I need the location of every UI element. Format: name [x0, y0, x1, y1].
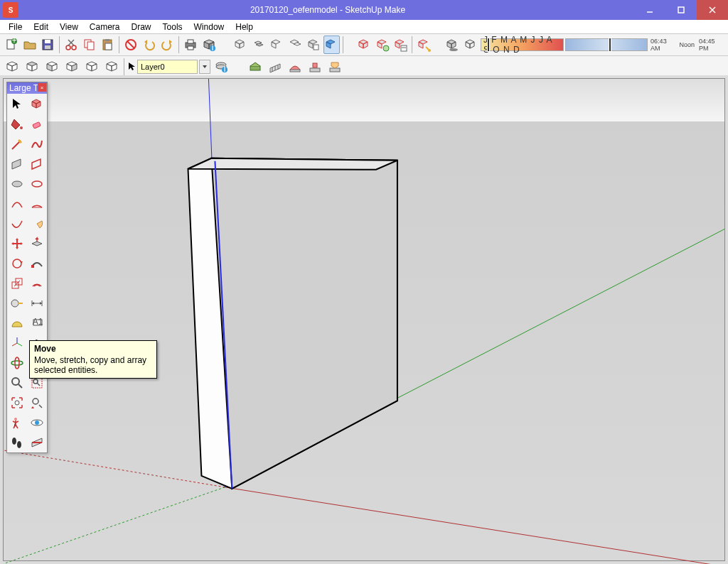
paint-bucket-tool[interactable]: [8, 114, 27, 134]
pie-tool[interactable]: [28, 214, 47, 233]
scale-tool[interactable]: [8, 273, 27, 293]
model-info-button[interactable]: i: [200, 36, 218, 54]
new-file-button[interactable]: +: [3, 36, 20, 54]
svg-rect-54: [32, 121, 41, 129]
sandbox-drape-button[interactable]: [326, 58, 344, 76]
layer-dropdown-button[interactable]: [199, 60, 210, 74]
rotate-tool[interactable]: [8, 254, 27, 273]
2point-arc-tool[interactable]: [28, 194, 47, 213]
shadow-settings-button[interactable]: [444, 36, 461, 54]
sandbox-smoove-button[interactable]: [286, 58, 304, 76]
undo-button[interactable]: [141, 36, 158, 54]
svg-rect-15: [87, 42, 94, 50]
dimension-tool[interactable]: [28, 293, 47, 313]
time-dusk-label: 04:45 PM: [699, 38, 724, 52]
text-tool[interactable]: A1: [28, 313, 47, 332]
svg-rect-1: [678, 7, 684, 13]
time-slider[interactable]: [565, 38, 648, 51]
svg-rect-43: [330, 68, 340, 72]
section-plane-tool[interactable]: [28, 433, 47, 452]
minimize-button[interactable]: [634, 0, 665, 20]
previous-view-tool[interactable]: [28, 393, 47, 412]
svg-rect-28: [401, 45, 407, 51]
tape-measure-tool[interactable]: [8, 293, 27, 313]
menu-edit[interactable]: Edit: [28, 21, 54, 33]
date-slider[interactable]: J F M A M J J A S O N D: [481, 38, 564, 51]
axes-tool[interactable]: [8, 333, 27, 352]
solid-split-button[interactable]: [323, 36, 341, 54]
component-options-button[interactable]: [374, 36, 391, 54]
circle-tool[interactable]: [8, 174, 27, 193]
make-component-tool[interactable]: [28, 94, 47, 114]
dynamic-component-button[interactable]: [415, 36, 432, 54]
position-camera-tool[interactable]: [8, 413, 27, 432]
svg-point-27: [383, 45, 389, 51]
paste-button[interactable]: [100, 36, 117, 54]
left-view-button[interactable]: [102, 58, 121, 76]
zoom-extents-tool[interactable]: [8, 393, 27, 412]
protractor-tool[interactable]: [8, 313, 27, 332]
back-view-button[interactable]: [82, 58, 101, 76]
walk-tool[interactable]: [8, 433, 27, 452]
layer-manager-button[interactable]: i: [212, 58, 230, 76]
front-view-button[interactable]: [43, 58, 61, 76]
look-around-tool[interactable]: [28, 413, 47, 432]
print-button[interactable]: [182, 36, 199, 54]
polygon-tool[interactable]: [28, 174, 47, 193]
solid-subtract-button[interactable]: [287, 36, 304, 54]
close-button[interactable]: [697, 0, 728, 20]
line-tool[interactable]: [8, 134, 27, 153]
component-attributes-button[interactable]: [392, 36, 409, 54]
svg-rect-8: [45, 40, 50, 43]
workspace: Large T... ×: [0, 75, 728, 564]
rotated-rectangle-tool[interactable]: [28, 154, 47, 173]
solid-trim-button[interactable]: [305, 36, 322, 54]
iso-view-button[interactable]: [3, 58, 21, 76]
solid-intersect-button[interactable]: [250, 36, 267, 54]
eraser-tool[interactable]: [28, 114, 47, 134]
sandbox-from-contours-button[interactable]: [246, 58, 264, 76]
move-tool[interactable]: [8, 234, 27, 253]
menu-view[interactable]: View: [54, 21, 84, 33]
sandbox-from-scratch-button[interactable]: [266, 58, 284, 76]
palette-close-button[interactable]: ×: [38, 83, 46, 92]
rectangle-tool[interactable]: [8, 154, 27, 173]
large-toolset-palette[interactable]: Large T... ×: [6, 82, 48, 453]
menu-help[interactable]: Help: [230, 21, 259, 33]
erase-button[interactable]: [122, 36, 139, 54]
solid-outer-shell-button[interactable]: [232, 36, 249, 54]
redo-button[interactable]: [159, 36, 176, 54]
layer-input[interactable]: [137, 60, 198, 74]
freehand-tool[interactable]: [28, 134, 47, 153]
viewport[interactable]: Large T... ×: [3, 78, 725, 561]
top-view-button[interactable]: [23, 58, 41, 76]
open-file-button[interactable]: [21, 36, 38, 54]
make-component-button[interactable]: [355, 36, 373, 54]
toggle-shadows-button[interactable]: [462, 36, 479, 54]
svg-rect-60: [31, 265, 34, 268]
svg-line-47: [4, 487, 225, 564]
menu-camera[interactable]: Camera: [84, 21, 126, 33]
3point-arc-tool[interactable]: [8, 214, 27, 233]
svg-point-88: [12, 438, 16, 445]
orbit-tool[interactable]: [8, 353, 27, 372]
maximize-button[interactable]: [665, 0, 697, 20]
cut-button[interactable]: [63, 36, 80, 54]
menu-tools[interactable]: Tools: [157, 21, 188, 33]
svg-marker-51: [188, 158, 397, 170]
menu-window[interactable]: Window: [188, 21, 230, 33]
arc-tool[interactable]: [8, 194, 27, 213]
palette-title[interactable]: Large T... ×: [7, 82, 47, 94]
pushpull-tool[interactable]: [28, 234, 47, 253]
menu-draw[interactable]: Draw: [126, 21, 157, 33]
menu-file[interactable]: File: [3, 21, 28, 33]
select-tool[interactable]: [8, 94, 27, 114]
sandbox-stamp-button[interactable]: [306, 58, 324, 76]
solid-union-button[interactable]: [268, 36, 285, 54]
followme-tool[interactable]: [28, 254, 47, 273]
copy-button[interactable]: [81, 36, 98, 54]
zoom-tool[interactable]: [8, 373, 27, 392]
offset-tool[interactable]: [28, 273, 47, 293]
right-view-button[interactable]: [63, 58, 81, 76]
save-file-button[interactable]: [39, 36, 56, 54]
